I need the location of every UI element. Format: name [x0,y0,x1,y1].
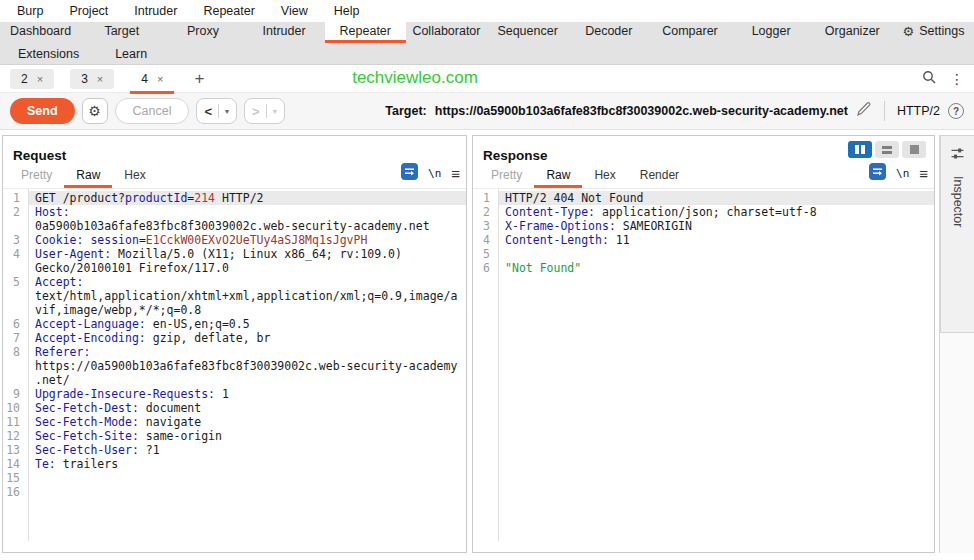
response-tab-raw[interactable]: Raw [534,164,582,188]
tab-proxy[interactable]: Proxy [162,22,243,43]
close-icon[interactable]: × [157,73,163,85]
response-tab-render[interactable]: Render [628,164,691,188]
line-number: 13 [3,443,24,457]
code-token: HTTP/2 404 Not Found [505,191,643,205]
soft-wrap-icon[interactable] [401,163,418,184]
main-tab-label: Decoder [585,24,632,38]
line-number: 14 [3,457,24,471]
send-settings-gear-icon[interactable]: ⚙ [82,98,108,124]
tab-learn[interactable]: Learn [97,47,165,61]
code-line: 9Upgrade-Insecure-Requests: 1 [3,387,466,401]
code-token: Sec-Fetch-User: [35,443,139,457]
code-line: 4Content-Length: 11 [473,233,934,247]
code-line: 1GET /product?productId=214 HTTP/2 [3,191,466,205]
forward-button[interactable]: > ▾ [244,98,285,124]
edit-target-pencil-icon[interactable] [856,101,872,121]
layout-single-button[interactable] [902,141,926,158]
code-token: 11 [609,233,630,247]
code-token: Content-Length: [505,233,609,247]
menu-item-view[interactable]: View [268,2,321,20]
tab-dashboard[interactable]: Dashboard [0,22,81,43]
code-token: document [139,401,201,415]
more-options-icon[interactable]: ⋮ [950,71,964,87]
code-token: same-origin [139,429,222,443]
response-editor[interactable]: 1HTTP/2 404 Not Found2Content-Type: appl… [473,189,934,541]
tab-repeater[interactable]: Repeater [325,22,406,43]
line-number: 8 [3,345,24,359]
help-icon[interactable]: ? [948,103,964,119]
tab-decoder[interactable]: Decoder [568,22,649,43]
code-token: Sec-Fetch-Dest: [35,401,139,415]
tab-collaborator[interactable]: Collaborator [406,22,487,43]
tab-intruder[interactable]: Intruder [244,22,325,43]
line-number: 12 [3,429,24,443]
repeater-tab-4[interactable]: 4× [130,69,174,89]
request-tab-pretty[interactable]: Pretty [9,164,64,188]
send-button[interactable]: Send [10,98,75,124]
code-line-text: vif,image/webp,*/*;q=0.8 [28,303,466,317]
code-line-text: Accept-Language: en-US,en;q=0.5 [28,317,466,331]
response-tab-pretty[interactable]: Pretty [479,164,534,188]
soft-wrap-icon[interactable] [869,163,886,184]
close-icon[interactable]: × [97,73,103,85]
tab-logger[interactable]: Logger [731,22,812,43]
request-editor[interactable]: 1GET /product?productId=214 HTTP/22Host:… [3,189,466,541]
code-token: Host: [35,205,70,219]
search-icon[interactable] [922,70,936,88]
main-tabs-row2: ExtensionsLearn [0,43,974,64]
line-number: 9 [3,387,24,401]
code-token: Mozilla/5.0 (X11; Linux x86_64; rv:109.0… [111,247,402,261]
show-nonprintables-icon[interactable]: \n [896,167,909,180]
menu-item-intruder[interactable]: Intruder [121,2,190,20]
line-number: 7 [3,331,24,345]
protocol-selector[interactable]: HTTP/2 [897,104,940,118]
code-line: 6Accept-Language: en-US,en;q=0.5 [3,317,466,331]
tab-target[interactable]: Target [81,22,162,43]
repeater-tab-3[interactable]: 3× [70,69,114,89]
back-button[interactable]: < ▾ [196,98,237,124]
code-line-text: Sec-Fetch-Site: same-origin [28,429,466,443]
repeater-tab-2[interactable]: 2× [10,69,54,89]
code-token: Gecko/20100101 Firefox/117.0 [35,261,229,275]
watermark-text: techviewleo.com [352,68,478,88]
cancel-button[interactable]: Cancel [115,98,190,124]
layout-columns-button[interactable] [848,141,872,158]
inspector-tab[interactable]: Inspector [940,135,974,333]
back-dropdown-icon[interactable]: ▾ [225,107,229,116]
menu-item-repeater[interactable]: Repeater [190,2,267,20]
show-nonprintables-icon[interactable]: \n [428,167,441,180]
add-tab-button[interactable]: + [194,69,204,89]
code-token: Accept: [35,275,83,289]
tab-sequencer[interactable]: Sequencer [487,22,568,43]
main-tab-label: Dashboard [10,24,71,38]
request-tab-hex[interactable]: Hex [112,164,157,188]
response-tab-hex[interactable]: Hex [582,164,627,188]
tab-comparer[interactable]: Comparer [649,22,730,43]
code-token: text/html,application/xhtml+xml,applicat… [35,289,457,303]
menu-item-help[interactable]: Help [321,2,373,20]
tab-extensions[interactable]: Extensions [0,47,97,61]
request-menu-icon[interactable]: ≡ [451,165,460,182]
close-icon[interactable]: × [37,73,43,85]
main-tab-label: Sequencer [497,24,557,38]
inspector-label: Inspector [951,176,965,227]
layout-rows-button[interactable] [875,141,899,158]
repeater-tab-label: 4 [141,72,148,86]
tab-organizer[interactable]: Organizer [812,22,893,43]
target-url: https://0a5900b103a6fafe83fbc8f30039002c… [435,104,848,118]
code-line-text: Gecko/20100101 Firefox/117.0 [28,261,466,275]
code-line: 5 [473,247,934,261]
main-tab-label: Settings [919,24,964,38]
request-tab-raw[interactable]: Raw [64,164,112,188]
code-line: 5Accept: [3,275,466,289]
menu-item-project[interactable]: Project [56,2,121,20]
code-token: 1 [215,387,229,401]
forward-dropdown-icon: ▾ [273,107,277,116]
code-token: 0a5900b103a6fafe83fbc8f30039002c.web-sec… [35,219,430,233]
burp-suite-window: BurpProjectIntruderRepeaterViewHelp Dash… [0,0,974,560]
code-token: productId [125,191,187,205]
menu-item-burp[interactable]: Burp [4,2,56,20]
code-line: 11Sec-Fetch-Mode: navigate [3,415,466,429]
response-menu-icon[interactable]: ≡ [919,165,928,182]
tab-settings[interactable]: ⚙Settings [893,22,974,43]
